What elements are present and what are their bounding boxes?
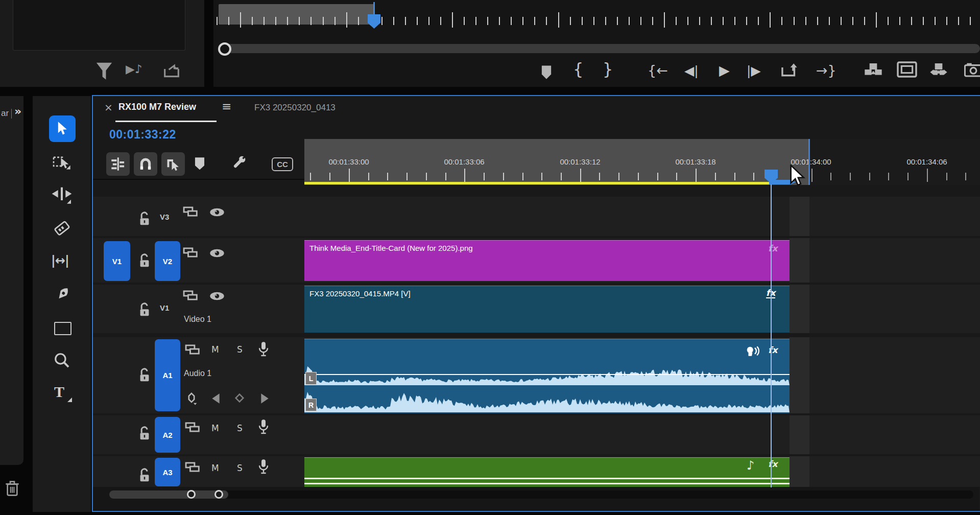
track-target-a3-button[interactable]: A3 [155,458,180,486]
sync-lock-icon[interactable] [185,344,200,356]
mute-button[interactable]: M [211,463,219,473]
track-target-a2-button[interactable]: A2 [155,417,180,453]
clip-music[interactable]: ♪ fx [304,457,790,487]
export-frame-camera-icon[interactable] [964,62,980,78]
step-back-icon[interactable]: ◀| [684,63,699,78]
linked-selection-button[interactable] [161,152,185,176]
add-marker-icon[interactable] [540,64,553,80]
captions-button[interactable]: CC [272,157,293,171]
post-clip-shade [790,238,809,283]
timeline-marker-icon[interactable] [194,156,205,171]
step-forward-icon[interactable]: |▶ [747,63,761,78]
play-icon[interactable]: ▶ [719,62,730,78]
lock-icon[interactable] [139,253,150,268]
tab-close-icon[interactable]: × [104,101,113,113]
pen-tool[interactable] [54,285,71,303]
zoom-tool[interactable] [53,352,70,369]
timeline-hscrollbar-track[interactable] [109,490,973,499]
insert-icon[interactable] [864,61,882,78]
audition-preview-icon[interactable]: ▶♪ [126,62,142,76]
solo-button[interactable]: S [237,463,243,473]
playhead-timecode[interactable]: 00:01:33:22 [109,128,176,142]
zoom-handle-left[interactable] [187,490,196,499]
monitor-scrollbar-track[interactable] [223,44,980,53]
track-label-v3[interactable]: V3 [160,213,169,221]
lock-icon[interactable] [139,468,150,482]
clip-audio[interactable]: L R fx [304,339,790,413]
lift-icon[interactable] [780,61,798,78]
track-label-v1[interactable]: V1 [160,303,169,312]
previous-keyframe-icon[interactable] [211,393,220,404]
keyframe-type-icon[interactable] [185,392,198,406]
rectangle-tool[interactable] [54,322,71,335]
filter-icon[interactable] [95,61,113,82]
overwrite-icon[interactable] [929,61,948,78]
add-keyframe-icon[interactable] [234,392,245,404]
mute-button[interactable]: M [211,423,219,433]
nest-toggle-button[interactable] [106,152,130,176]
monitor-ruler-tick [617,17,618,25]
monitor-ruler[interactable] [214,12,980,30]
work-area-bar[interactable] [304,182,769,184]
voiceover-record-mic-icon[interactable] [257,459,270,475]
lock-icon[interactable] [139,302,150,317]
time-ruler-active[interactable] [304,139,810,185]
voiceover-record-mic-icon[interactable] [257,341,270,358]
monitor-ruler-tick [511,17,512,25]
speech-transcript-icon[interactable] [746,346,760,357]
slip-tool[interactable]: |↔| [51,253,69,268]
track-target-v2-button[interactable]: V2 [155,241,180,281]
volume-rubber-band[interactable] [304,478,790,479]
fx-badge[interactable]: fx [768,243,777,253]
sync-lock-icon[interactable] [183,247,198,259]
sync-lock-icon[interactable] [183,206,198,218]
volume-rubber-band[interactable] [304,374,790,375]
solo-button[interactable]: S [237,344,243,355]
razor-tool[interactable] [53,220,71,237]
sync-lock-icon[interactable] [185,462,200,473]
track-output-eye-icon[interactable] [209,207,225,217]
track-output-eye-icon[interactable] [209,291,225,301]
track-name-audio1[interactable]: Audio 1 [184,369,211,378]
track-output-eye-icon[interactable] [209,248,225,258]
mark-out-icon[interactable]: } [603,59,613,79]
timeline-hscrollbar-thumb[interactable] [109,490,228,499]
monitor-ruler-tick [522,17,523,25]
fx-badge[interactable]: fx [768,459,777,469]
settings-frame-icon[interactable] [897,61,917,78]
voiceover-record-mic-icon[interactable] [257,419,270,435]
trash-icon[interactable] [5,480,19,497]
fx-badge[interactable]: fx [768,345,777,355]
source-patch-v1-button[interactable]: V1 [104,241,130,281]
time-ruler-beyond[interactable] [810,139,980,185]
tab-sequence-inactive[interactable]: FX3 20250320_0413 [254,103,336,113]
mute-button[interactable]: M [211,344,219,355]
mark-in-icon[interactable]: { [573,59,583,79]
extract-icon[interactable]: →} [816,62,836,78]
lock-icon[interactable] [139,368,150,382]
clip-title-card[interactable]: Think Media_End-Title-Card (New for 2025… [304,240,790,281]
snap-button[interactable] [134,152,157,176]
lock-icon[interactable] [139,426,150,440]
track-select-forward-tool[interactable] [52,153,73,171]
sync-lock-icon[interactable] [185,422,200,433]
track-name-video1[interactable]: Video 1 [184,315,211,324]
timeline-settings-wrench-icon[interactable] [231,153,248,171]
expand-panel-icon[interactable]: » [14,105,21,118]
track-target-a1-button[interactable]: A1 [155,339,180,411]
lock-icon[interactable] [139,212,150,226]
type-tool[interactable]: T [54,383,64,401]
clip-video[interactable]: FX3 20250320_0415.MP4 [V] fx [304,286,790,333]
go-to-in-icon[interactable]: {← [648,62,668,78]
panel-menu-icon[interactable]: ≡ [222,100,231,113]
playhead-line[interactable] [771,183,772,487]
next-keyframe-icon[interactable] [260,393,269,404]
monitor-scrollbar-handle[interactable] [218,42,231,56]
project-export-icon[interactable] [163,63,180,79]
tab-sequence-active[interactable]: RX100 M7 Review [118,102,196,112]
sync-lock-icon[interactable] [183,290,198,301]
zoom-handle-right[interactable] [214,490,223,499]
ripple-edit-tool[interactable] [51,186,73,204]
solo-button[interactable]: S [237,423,243,433]
selection-tool-button[interactable] [49,115,76,142]
